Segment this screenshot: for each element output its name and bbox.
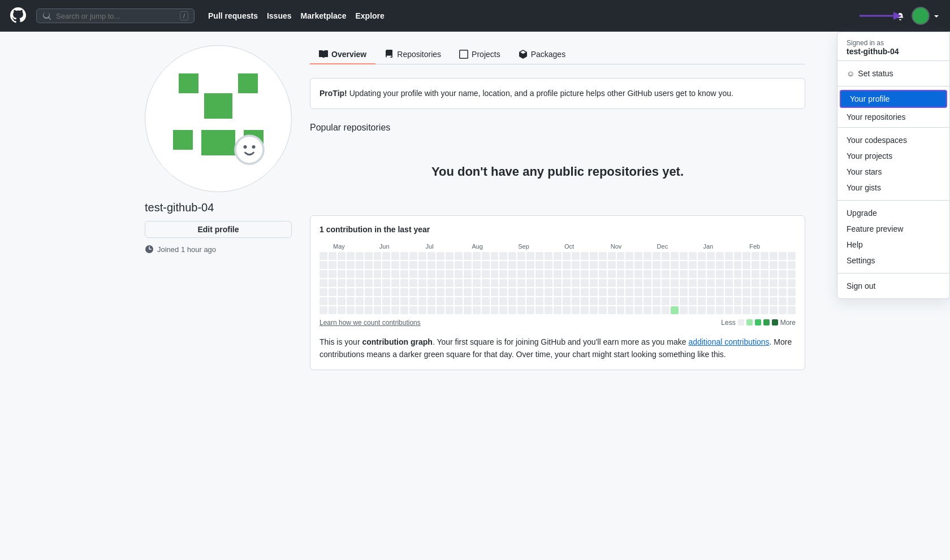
project-icon [459, 50, 468, 59]
user-avatar [912, 7, 930, 25]
dropdown-section-settings: Upgrade Feature preview Help Settings [837, 201, 949, 274]
svg-rect-9 [179, 73, 198, 93]
chevron-down-icon [932, 11, 941, 20]
tab-repositories[interactable]: Repositories [375, 45, 450, 64]
dropdown-section-spaces: Your codespaces Your projects Your stars… [837, 128, 949, 201]
svg-rect-6 [919, 18, 922, 21]
repo-icon [385, 50, 394, 59]
help-item[interactable]: Help [837, 237, 949, 253]
your-gists-item[interactable]: Your gists [837, 180, 949, 196]
search-input[interactable] [56, 12, 175, 20]
settings-item[interactable]: Settings [837, 253, 949, 268]
dropdown-username: test-github-04 [847, 47, 940, 56]
tab-packages[interactable]: Packages [509, 45, 575, 64]
joined-info: Joined 1 hour ago [145, 245, 292, 254]
svg-rect-12 [173, 130, 193, 150]
contrib-desc-start: This is your [319, 337, 362, 346]
your-repositories-item[interactable]: Your repositories [837, 109, 949, 125]
search-icon [42, 11, 51, 20]
your-profile-highlight-box: Your profile [840, 90, 947, 108]
legend-cell-2 [755, 319, 761, 325]
svg-rect-11 [204, 93, 232, 119]
main-content: Overview Repositories Projects Packages [310, 45, 805, 370]
github-logo[interactable] [9, 6, 27, 26]
nav-pull-requests[interactable]: Pull requests [208, 11, 258, 20]
upgrade-item[interactable]: Upgrade [837, 205, 949, 221]
profile-avatar-large [145, 45, 292, 192]
svg-rect-2 [917, 11, 920, 14]
legend-cell-3 [763, 319, 770, 325]
popular-repos-title: Popular repositories [310, 123, 805, 133]
sign-out-item[interactable]: Sign out [837, 278, 949, 294]
user-menu-button[interactable] [912, 7, 941, 25]
contrib-desc-bold: contribution graph [362, 337, 432, 346]
protip-text: Updating your profile with your name, lo… [347, 89, 733, 98]
svg-rect-3 [922, 11, 925, 14]
svg-rect-10 [238, 73, 258, 93]
set-status-item[interactable]: ☺ Set status [837, 66, 949, 81]
your-profile-item[interactable]: Your profile [841, 91, 946, 107]
joined-text: Joined 1 hour ago [157, 245, 216, 254]
profile-sidebar: test-github-04 Edit profile Joined 1 hou… [145, 45, 292, 370]
month-jan: Jan [703, 243, 749, 250]
avatar-identicon [162, 62, 275, 175]
your-codespaces-item[interactable]: Your codespaces [837, 132, 949, 148]
svg-rect-13 [201, 130, 235, 155]
month-nov: Nov [611, 243, 657, 250]
no-repos-message: You don't have any public repositories y… [310, 142, 805, 202]
your-projects-item[interactable]: Your projects [837, 148, 949, 164]
additional-contributions-link[interactable]: additional contributions [688, 337, 769, 346]
svg-point-17 [252, 145, 256, 149]
main-nav: Pull requests Issues Marketplace Explore [208, 11, 385, 20]
notifications-button[interactable] [893, 9, 907, 23]
month-jun: Jun [379, 243, 426, 250]
your-stars-item[interactable]: Your stars [837, 164, 949, 180]
svg-point-15 [235, 136, 264, 164]
month-feb: Feb [749, 243, 796, 250]
contribution-description: This is your contribution graph. Your fi… [319, 336, 796, 361]
month-labels: May Jun Jul Aug Sep Oct Nov Dec Jan Feb [319, 243, 796, 250]
user-dropdown-menu: Signed in as test-github-04 ☺ Set status… [837, 32, 950, 299]
nav-issues[interactable]: Issues [267, 11, 292, 20]
search-shortcut: / [180, 11, 188, 20]
learn-contributions-link[interactable]: Learn how we count contributions [319, 319, 421, 327]
month-oct: Oct [564, 243, 611, 250]
dropdown-section-profile: Your profile Your repositories [837, 86, 949, 128]
nav-marketplace[interactable]: Marketplace [301, 11, 347, 20]
svg-rect-7 [923, 18, 926, 20]
month-may: May [333, 243, 379, 250]
month-dec: Dec [657, 243, 703, 250]
month-sep: Sep [518, 243, 564, 250]
protip-banner: ProTip! Updating your profile with your … [310, 78, 805, 109]
tab-projects[interactable]: Projects [450, 45, 509, 64]
smiley-icon: ☺ [847, 69, 854, 78]
profile-username: test-github-04 [145, 201, 292, 214]
contribution-title: 1 contribution in the last year [319, 225, 796, 234]
popular-repos-section: Popular repositories You don't have any … [310, 123, 805, 202]
contribution-graph: May Jun Jul Aug Sep Oct Nov Dec Jan Feb … [319, 243, 796, 327]
feature-preview-item[interactable]: Feature preview [837, 221, 949, 237]
contribution-cells [319, 252, 796, 314]
contribution-section: 1 contribution in the last year May Jun … [310, 215, 805, 370]
clock-icon [145, 245, 154, 254]
legend-cell-4 [772, 319, 778, 325]
package-icon [519, 50, 528, 59]
contrib-desc-mid: . Your first square is for joining GitHu… [433, 337, 688, 346]
svg-rect-5 [916, 18, 918, 20]
legend-cell-0 [738, 319, 744, 325]
dropdown-header: Signed in as test-github-04 [837, 32, 949, 61]
edit-profile-button[interactable]: Edit profile [145, 221, 292, 238]
tab-overview[interactable]: Overview [310, 45, 375, 64]
svg-rect-4 [919, 14, 922, 17]
dropdown-section-signout: Sign out [837, 274, 949, 298]
main-layout: test-github-04 Edit profile Joined 1 hou… [136, 32, 814, 384]
protip-label: ProTip! [319, 89, 347, 98]
book-icon [319, 50, 328, 59]
legend-less-label: Less [721, 319, 735, 327]
nav-explore[interactable]: Explore [355, 11, 384, 20]
legend-right: Less More [721, 319, 796, 327]
dropdown-section-status: ☺ Set status [837, 61, 949, 86]
signed-in-label: Signed in as [847, 39, 940, 47]
search-bar[interactable]: / [36, 8, 195, 23]
main-header: / Pull requests Issues Marketplace Explo… [0, 0, 950, 32]
